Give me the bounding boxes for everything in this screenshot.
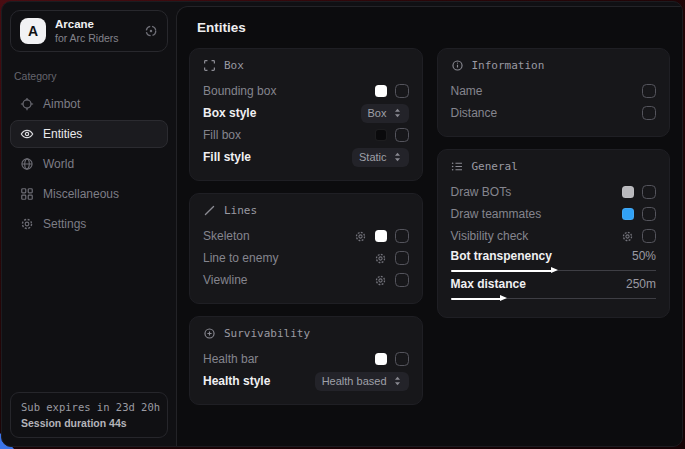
slider-value: 50%: [632, 249, 656, 263]
information-card-header: Information: [451, 59, 657, 72]
line-to-enemy-checkbox[interactable]: [395, 251, 409, 265]
sidebar-item-entities[interactable]: Entities: [10, 120, 168, 148]
survivability-card: Survivability Health bar Health style: [189, 316, 423, 405]
slider-thumb[interactable]: [551, 267, 558, 273]
setting-row: Bounding box: [203, 80, 409, 102]
setting-row: Line to enemy: [203, 247, 409, 269]
app-window: A Arcane for Arc Riders Category Aimbot: [1, 1, 683, 447]
slider-thumb[interactable]: [500, 295, 507, 301]
max-distance-setting: Max distance 250m: [451, 277, 657, 303]
bot-transparency-slider[interactable]: [451, 266, 657, 275]
box-card: Box Bounding box Box style Box: [189, 48, 423, 181]
setting-label: Visibility check: [451, 229, 529, 243]
card-title: Box: [224, 59, 244, 72]
app-logo-card: A Arcane for Arc Riders: [10, 10, 168, 52]
setting-label: Distance: [451, 106, 498, 120]
setting-label: Skeleton: [203, 229, 250, 243]
updown-arrows-icon: [393, 152, 402, 162]
sidebar-item-label: Entities: [43, 127, 82, 141]
session-duration-text: Session duration 44s: [21, 417, 157, 429]
setting-label: Viewline: [203, 273, 247, 287]
health-circle-icon: [203, 327, 216, 340]
draw-bots-checkbox[interactable]: [642, 185, 656, 199]
app-subtitle: for Arc Riders: [55, 32, 135, 44]
color-swatch[interactable]: [375, 353, 387, 365]
entities-eye-icon: [20, 127, 34, 141]
card-title: Lines: [224, 204, 257, 217]
lines-card: Lines Skeleton Line to enemy: [189, 193, 423, 304]
survivability-card-header: Survivability: [203, 327, 409, 340]
information-card: Information Name Distance: [437, 48, 671, 137]
left-column: Box Bounding box Box style Box: [189, 48, 423, 405]
select-value: Box: [368, 107, 387, 119]
globe-icon: [20, 157, 34, 171]
sidebar-item-label: Aimbot: [43, 97, 80, 111]
setting-row: Box style Box: [203, 102, 409, 124]
setting-row: Draw BOTs: [451, 181, 657, 203]
sync-icon[interactable]: [144, 24, 158, 38]
visibility-check-checkbox[interactable]: [642, 229, 656, 243]
row-gear-icon[interactable]: [374, 274, 387, 287]
row-gear-icon[interactable]: [374, 252, 387, 265]
skeleton-checkbox[interactable]: [395, 229, 409, 243]
setting-row: Draw teammates: [451, 203, 657, 225]
info-icon: [451, 59, 464, 72]
fill-box-checkbox[interactable]: [395, 128, 409, 142]
draw-teammates-checkbox[interactable]: [642, 207, 656, 221]
select-value: Static: [359, 151, 387, 163]
updown-arrows-icon: [393, 376, 402, 386]
app-identity: Arcane for Arc Riders: [55, 18, 135, 43]
setting-label: Name: [451, 84, 483, 98]
setting-label: Box style: [203, 106, 256, 120]
health-bar-checkbox[interactable]: [395, 352, 409, 366]
card-title: Information: [472, 59, 545, 72]
name-checkbox[interactable]: [642, 84, 656, 98]
fill-style-select[interactable]: Static: [352, 148, 409, 167]
color-swatch[interactable]: [622, 186, 634, 198]
bot-transparency-setting: Bot transpenency 50%: [451, 249, 657, 275]
sidebar-item-world[interactable]: World: [10, 150, 168, 178]
sidebar: A Arcane for Arc Riders Category Aimbot: [2, 2, 176, 446]
viewline-checkbox[interactable]: [395, 273, 409, 287]
color-swatch[interactable]: [622, 208, 634, 220]
distance-checkbox[interactable]: [642, 106, 656, 120]
color-swatch[interactable]: [375, 85, 387, 97]
box-style-select[interactable]: Box: [361, 104, 409, 123]
row-gear-icon[interactable]: [621, 230, 634, 243]
select-value: Health based: [322, 375, 387, 387]
grid-icon: [20, 187, 34, 201]
sidebar-item-label: Miscellaneous: [43, 187, 119, 201]
color-swatch[interactable]: [375, 129, 387, 141]
crosshair-icon: [20, 97, 34, 111]
bounding-box-checkbox[interactable]: [395, 84, 409, 98]
health-style-select[interactable]: Health based: [315, 372, 409, 391]
setting-row: Fill box: [203, 124, 409, 146]
setting-row: Health style Health based: [203, 370, 409, 392]
setting-label: Health bar: [203, 352, 258, 366]
general-card: General Draw BOTs Draw teammates: [437, 149, 671, 318]
box-card-header: Box: [203, 59, 409, 72]
main-header: Entities: [177, 7, 682, 44]
slider-label: Bot transpenency: [451, 249, 552, 263]
max-distance-slider[interactable]: [451, 294, 657, 303]
setting-row: Health bar: [203, 348, 409, 370]
setting-label: Fill style: [203, 150, 251, 164]
slider-label: Max distance: [451, 277, 526, 291]
setting-label: Bounding box: [203, 84, 276, 98]
sidebar-item-aimbot[interactable]: Aimbot: [10, 90, 168, 118]
color-swatch[interactable]: [375, 230, 387, 242]
sidebar-item-settings[interactable]: Settings: [10, 210, 168, 238]
sub-expiry-text: Sub expires in 23d 20h: [21, 401, 157, 413]
row-gear-icon[interactable]: [354, 230, 367, 243]
lines-card-header: Lines: [203, 204, 409, 217]
main-panel: Entities Box Bounding box: [176, 6, 682, 446]
sidebar-item-label: World: [43, 157, 74, 171]
sidebar-item-miscellaneous[interactable]: Miscellaneous: [10, 180, 168, 208]
setting-label: Line to enemy: [203, 251, 278, 265]
right-column: Information Name Distance: [437, 48, 671, 318]
setting-row: Skeleton: [203, 225, 409, 247]
app-title: Arcane: [55, 18, 135, 31]
setting-row: Fill style Static: [203, 146, 409, 168]
panel-columns: Box Bounding box Box style Box: [177, 44, 682, 417]
setting-label: Draw teammates: [451, 207, 542, 221]
